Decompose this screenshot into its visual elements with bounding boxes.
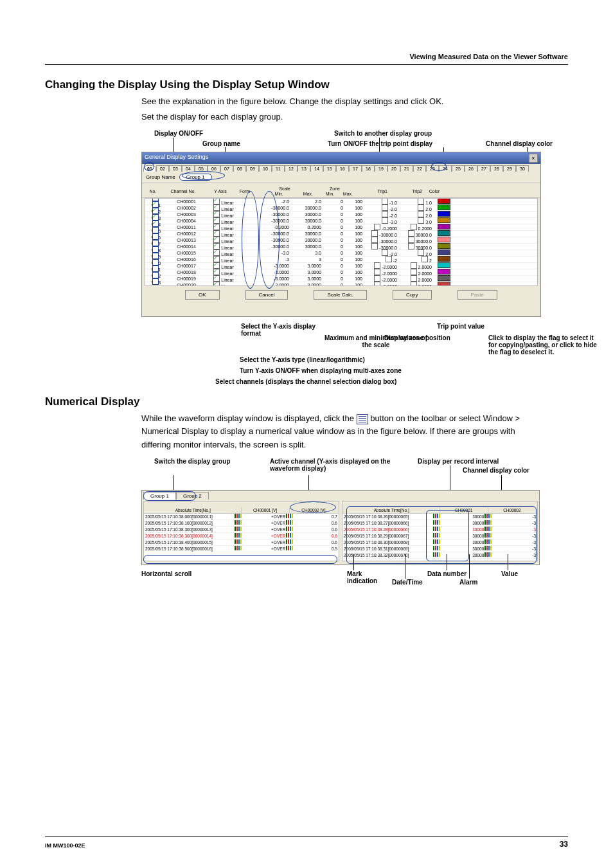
settings-row[interactable]: W10CH00016Linear-330100-22 xyxy=(145,257,537,263)
row-checkbox[interactable] xyxy=(152,246,159,253)
settings-row[interactable]: W03CH00003Linear-30000.030000.00100-2.02… xyxy=(145,212,537,218)
row-checkbox[interactable] xyxy=(152,233,159,240)
row-checkbox[interactable] xyxy=(152,259,159,266)
trip1-checkbox[interactable] xyxy=(374,224,380,230)
trip2-checkbox[interactable] xyxy=(408,230,414,237)
settings-row[interactable]: W11CH00017Linear-3.00003.00000100-2.0000… xyxy=(145,263,537,269)
trip1-checkbox[interactable] xyxy=(382,198,388,204)
color-swatch[interactable] xyxy=(438,230,450,236)
settings-row[interactable]: W09CH00015Linear-3.03.00100-2.02.0 xyxy=(145,250,537,257)
trip1-checkbox[interactable] xyxy=(386,256,392,262)
row-checkbox[interactable] xyxy=(152,221,159,227)
group-tab-22[interactable]: 22 xyxy=(413,165,426,172)
ok-button[interactable]: OK xyxy=(185,290,220,300)
trip2-checkbox[interactable] xyxy=(418,204,424,211)
group-tab-16[interactable]: 16 xyxy=(336,165,349,172)
trip2-checkbox[interactable] xyxy=(411,269,417,275)
color-swatch[interactable] xyxy=(438,198,450,204)
trip1-checkbox[interactable] xyxy=(371,230,378,237)
scale-calc-button[interactable]: Scale Calc. xyxy=(314,290,366,300)
group-tab-27[interactable]: 27 xyxy=(477,165,490,172)
settings-row[interactable]: W01CH00001Linear-2.02.00100-1.01.0 xyxy=(145,199,537,205)
settings-row[interactable]: W07CH00013Linear-30000.030000.00100-3000… xyxy=(145,237,537,244)
trip2-checkbox[interactable] xyxy=(418,198,424,204)
color-swatch[interactable] xyxy=(438,249,450,255)
settings-row[interactable]: W05CH00011Linear-0.20000.20000100-0.2000… xyxy=(145,224,537,231)
group-tab-20[interactable]: 20 xyxy=(387,165,400,172)
color-swatch[interactable] xyxy=(438,256,450,262)
trip1-checkbox[interactable] xyxy=(374,282,380,287)
numerical-row[interactable]: 2005/05/15 17:10:38.500[00000016]+OVER0.… xyxy=(144,546,339,552)
color-swatch[interactable] xyxy=(438,269,450,275)
settings-row[interactable]: W12CH00018Linear-3.00003.00000100-2.0000… xyxy=(145,269,537,276)
row-checkbox[interactable] xyxy=(152,278,159,285)
numerical-row[interactable]: 2005/05/15 17:10:38.300[00000013]+OVER0.… xyxy=(144,527,339,533)
group-tab-14[interactable]: 14 xyxy=(310,165,323,172)
color-swatch[interactable] xyxy=(438,262,450,268)
group-tab-26[interactable]: 26 xyxy=(465,165,477,172)
row-checkbox[interactable] xyxy=(152,240,159,246)
settings-row[interactable]: W04CH00004Linear-30000.030000.00100-3.03… xyxy=(145,218,537,224)
trip2-checkbox[interactable] xyxy=(411,282,417,287)
trip2-checkbox[interactable] xyxy=(418,217,424,224)
numerical-row[interactable]: 2005/05/15 17:10:38.400[00000015]+OVER0.… xyxy=(144,539,339,546)
group-tab-02[interactable]: 02 xyxy=(156,165,169,172)
group-tab-28[interactable]: 28 xyxy=(490,165,503,172)
row-checkbox[interactable] xyxy=(152,272,159,278)
group-tab-04[interactable]: 04 xyxy=(182,165,195,172)
row-checkbox[interactable] xyxy=(152,253,159,259)
paste-button[interactable]: Paste xyxy=(458,290,497,300)
color-swatch[interactable] xyxy=(438,282,450,286)
trip1-checkbox[interactable] xyxy=(382,217,388,224)
color-swatch[interactable] xyxy=(438,211,450,217)
numerical-row[interactable]: 2005/05/15 17:10:38.000[00000011]+OVER0.… xyxy=(144,514,339,520)
trip2-checkbox[interactable] xyxy=(411,275,417,282)
row-checkbox[interactable] xyxy=(152,227,159,233)
trip2-checkbox[interactable] xyxy=(408,243,414,249)
settings-row[interactable]: W06CH00012Linear-30000.030000.00100-3000… xyxy=(145,231,537,237)
trip1-checkbox[interactable] xyxy=(382,204,388,211)
color-swatch[interactable] xyxy=(438,275,450,281)
cancel-button[interactable]: Cancel xyxy=(245,290,289,300)
color-swatch[interactable] xyxy=(438,243,450,249)
trip1-checkbox[interactable] xyxy=(374,262,380,269)
group-tab-13[interactable]: 13 xyxy=(298,165,310,172)
trip2-checkbox[interactable] xyxy=(411,224,417,230)
group-tab-03[interactable]: 03 xyxy=(169,165,182,172)
trip2-checkbox[interactable] xyxy=(422,256,428,262)
trip1-checkbox[interactable] xyxy=(371,243,378,249)
close-icon[interactable]: × xyxy=(529,154,538,163)
settings-row[interactable]: W02CH00002Linear-30000.030000.00100-2.02… xyxy=(145,205,537,212)
group-tab-29[interactable]: 29 xyxy=(503,165,516,172)
group-tab-17[interactable]: 17 xyxy=(349,165,362,172)
group-tab-09[interactable]: 09 xyxy=(246,165,259,172)
group-tab-07[interactable]: 07 xyxy=(220,165,233,172)
trip2-checkbox[interactable] xyxy=(411,262,417,269)
copy-button[interactable]: Copy xyxy=(393,290,432,300)
group-tab-19[interactable]: 19 xyxy=(375,165,387,172)
trip2-checkbox[interactable] xyxy=(418,249,424,256)
color-swatch[interactable] xyxy=(438,237,450,242)
color-swatch[interactable] xyxy=(438,204,450,210)
color-swatch[interactable] xyxy=(438,217,450,223)
yaxis-checkbox[interactable] xyxy=(213,282,220,287)
numerical-row[interactable]: 2005/05/15 17:10:38.100[00000012]+OVER0.… xyxy=(144,520,339,527)
trip2-checkbox[interactable] xyxy=(418,211,424,217)
trip2-checkbox[interactable] xyxy=(408,237,414,243)
trip1-checkbox[interactable] xyxy=(382,249,388,256)
trip1-checkbox[interactable] xyxy=(374,275,380,282)
settings-row[interactable]: W08CH00014Linear-30000.030000.00100-3000… xyxy=(145,244,537,250)
settings-row[interactable]: W13CH00019Linear-3.00003.00000100-2.0000… xyxy=(145,276,537,282)
numerical-row[interactable]: 2005/05/15 17:10:38.300[00000014]+OVER0.… xyxy=(144,533,339,539)
group-tab-15[interactable]: 15 xyxy=(323,165,336,172)
group-tab-18[interactable]: 18 xyxy=(362,165,375,172)
group-tab-25[interactable]: 25 xyxy=(452,165,465,172)
group-tab-11[interactable]: 11 xyxy=(272,165,285,172)
trip1-checkbox[interactable] xyxy=(371,237,378,243)
row-checkbox[interactable] xyxy=(152,266,159,272)
group-tab-30[interactable]: 30 xyxy=(516,165,529,172)
group-tab-12[interactable]: 12 xyxy=(285,165,298,172)
color-swatch[interactable] xyxy=(438,224,450,230)
trip1-checkbox[interactable] xyxy=(374,269,380,275)
group-tab-08[interactable]: 08 xyxy=(233,165,246,172)
